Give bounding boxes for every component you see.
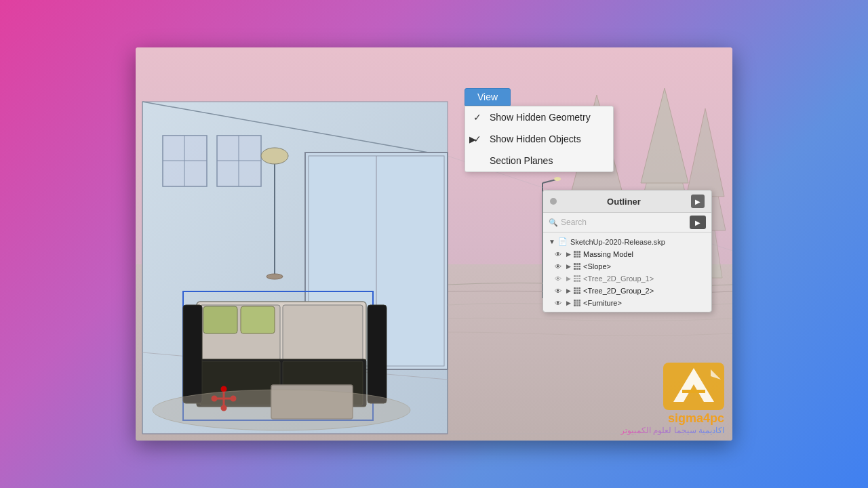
- tree-item-label-3: <Tree_2D_Group_2>: [583, 287, 654, 295]
- outliner-dot: [550, 198, 557, 205]
- tree-item-label-1: <Slope>: [583, 262, 611, 270]
- cursor-indicator: ▶: [469, 134, 476, 144]
- outliner-panel: Outliner ▶ 🔍 Search ▶ ▼ 📄 SketchUp-2020-…: [542, 190, 712, 312]
- main-window: View ✓ Show Hidden Geometry ✓ Show Hidde…: [136, 47, 732, 441]
- svg-rect-58: [682, 390, 705, 393]
- view-menu: View ✓ Show Hidden Geometry ✓ Show Hidde…: [465, 88, 614, 172]
- grid-icon-0: [574, 251, 580, 258]
- grid-icon-2: [574, 275, 580, 282]
- tree-root-label: SketchUp-2020-Release.skp: [570, 238, 665, 246]
- grid-icon-3: [574, 287, 580, 294]
- watermark-logo-svg: [663, 363, 724, 410]
- watermark: sigma4pc اكاديمية سيجما لعلوم الكمبيوتر: [612, 357, 732, 441]
- menu-item-label-show-hidden-objects: Show Hidden Objects: [490, 134, 581, 144]
- tree-item-4[interactable]: 👁 ▶ <Furniture>: [543, 297, 711, 309]
- tree-item-3[interactable]: 👁 ▶ <Tree_2D_Group_2>: [543, 285, 711, 297]
- eye-icon-2[interactable]: 👁: [553, 274, 564, 283]
- menu-item-section-planes[interactable]: Section Planes: [465, 150, 613, 171]
- expand-arrow-1: ▶: [566, 263, 571, 270]
- svg-point-16: [554, 177, 561, 181]
- svg-rect-39: [203, 306, 237, 333]
- search-action-btn[interactable]: ▶: [690, 216, 706, 229]
- tree-item-0[interactable]: 👁 ▶ Massing Model: [543, 248, 711, 260]
- eye-icon-4[interactable]: 👁: [553, 299, 564, 307]
- expand-arrow-4: ▶: [566, 300, 571, 306]
- tree-root-file-icon: 📄: [558, 237, 568, 246]
- svg-rect-40: [241, 306, 275, 333]
- expand-arrow-0: ▶: [566, 251, 571, 258]
- tree-item-label-4: <Furniture>: [583, 299, 622, 307]
- eye-icon-0[interactable]: 👁: [553, 250, 564, 258]
- view-dropdown: ✓ Show Hidden Geometry ✓ Show Hidden Obj…: [465, 106, 614, 172]
- svg-rect-45: [368, 305, 387, 403]
- tree-item-label-0: Massing Model: [583, 250, 633, 258]
- outliner-search-bar: 🔍 Search ▶: [543, 213, 711, 232]
- eye-icon-3[interactable]: 👁: [553, 287, 564, 295]
- svg-point-51: [222, 387, 226, 391]
- outliner-title: Outliner: [557, 197, 691, 207]
- svg-rect-38: [283, 305, 363, 361]
- outliner-options-btn[interactable]: ▶: [691, 195, 705, 208]
- outliner-tree: ▼ 📄 SketchUp-2020-Release.skp 👁 ▶ Massin…: [543, 232, 711, 312]
- grid-icon-4: [574, 300, 580, 306]
- svg-point-34: [267, 274, 283, 279]
- view-menu-tab[interactable]: View: [465, 88, 511, 106]
- checkmark-show-hidden-geometry: ✓: [473, 112, 484, 123]
- watermark-site-name: sigma4pc: [668, 411, 724, 426]
- search-placeholder-text: Search: [561, 218, 687, 227]
- menu-item-label-show-hidden-geometry: Show Hidden Geometry: [490, 112, 591, 123]
- eye-icon-1[interactable]: 👁: [553, 262, 564, 270]
- svg-point-33: [261, 148, 288, 164]
- tree-item-2[interactable]: 👁 ▶ <Tree_2D_Group_1>: [543, 272, 711, 285]
- tree-root-arrow: ▼: [549, 238, 555, 245]
- expand-arrow-2: ▶: [566, 275, 571, 282]
- menu-item-label-section-planes: Section Planes: [490, 155, 553, 166]
- outliner-header: Outliner ▶: [543, 190, 711, 213]
- menu-item-show-hidden-objects[interactable]: ✓ Show Hidden Objects ▶: [465, 128, 613, 150]
- menu-item-show-hidden-geometry[interactable]: ✓ Show Hidden Geometry: [465, 106, 613, 128]
- svg-point-53: [153, 390, 410, 430]
- svg-rect-44: [183, 305, 202, 403]
- watermark-arabic-text: اكاديمية سيجما لعلوم الكمبيوتر: [620, 426, 724, 435]
- search-icon: 🔍: [549, 218, 558, 227]
- expand-arrow-3: ▶: [566, 287, 571, 294]
- tree-item-label-2: <Tree_2D_Group_1>: [583, 274, 654, 283]
- tree-item-1[interactable]: 👁 ▶ <Slope>: [543, 260, 711, 272]
- tree-root-item[interactable]: ▼ 📄 SketchUp-2020-Release.skp: [543, 235, 711, 248]
- grid-icon-1: [574, 263, 580, 270]
